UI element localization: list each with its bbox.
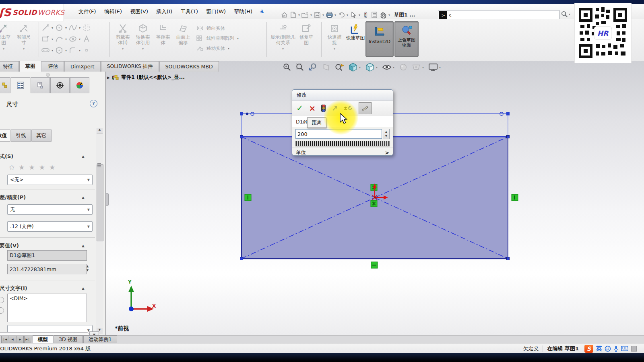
expand-dialog-button[interactable]: > [385, 150, 389, 156]
circle-tool-icon[interactable] [55, 23, 64, 32]
view-settings-icon[interactable]: ▾ [428, 63, 442, 72]
tab-3d-views[interactable]: 3D 视图 [54, 335, 83, 343]
options-list-icon[interactable] [370, 10, 379, 20]
apply-scene-dropdown-icon[interactable]: ▾ [422, 66, 424, 69]
tab-property-manager[interactable] [11, 77, 30, 93]
linear-pattern-dropdown-icon[interactable]: ▾ [237, 37, 239, 40]
sketch-picture-icon[interactable] [82, 23, 91, 32]
line-tool-icon[interactable] [41, 23, 50, 32]
fillet-tool-icon[interactable] [68, 46, 77, 55]
sogou-ime-icon[interactable]: S [584, 345, 593, 353]
panel-splitter-grip[interactable] [105, 193, 109, 206]
arc-tool-icon[interactable] [55, 35, 64, 43]
convert-entities-button[interactable]: 转换实体引用 ▾ [133, 21, 153, 51]
dim-text-justify-icon[interactable] [0, 297, 4, 303]
menu-view[interactable]: 视图(V) [126, 6, 152, 17]
surface-offset-button[interactable]: 曲面上偏移 [173, 21, 193, 46]
menu-insert[interactable]: 插入(I) [152, 6, 176, 17]
open-dropdown-icon[interactable]: ▾ [310, 13, 312, 17]
hide-show-items-icon[interactable]: ▾ [382, 64, 395, 71]
style-section-header[interactable]: 样式(S)▲ [0, 152, 95, 161]
select-dropdown-icon[interactable]: ▾ [359, 13, 360, 17]
move-entities-button[interactable]: 移动实体 ▾ [196, 44, 239, 53]
dimension-name-readonly-field[interactable] [7, 250, 87, 261]
feature-tree-root[interactable]: ▶ 零件1 (默认<<默认>_显... [107, 74, 185, 81]
style-combo[interactable]: <无>▼ [7, 175, 93, 185]
tab-other[interactable]: 其它 [31, 130, 52, 142]
first-sheet-icon[interactable]: ❘◀ [1, 336, 8, 343]
apply-scene-icon[interactable]: ▾ [411, 63, 425, 72]
ime-mic-icon[interactable] [614, 346, 618, 352]
help-icon[interactable]: ? [90, 100, 97, 107]
precision-combo[interactable]: .12 (文件)▼ [7, 221, 93, 232]
tab-value[interactable]: 数值 [0, 130, 10, 142]
panel-value-spinner[interactable]: ▲▼ [85, 264, 91, 273]
settings-dropdown-icon[interactable]: ▾ [388, 13, 390, 17]
tab-model[interactable]: 模型 [33, 335, 53, 343]
slot-tool-icon[interactable] [41, 46, 50, 55]
thumbwheel[interactable] [295, 141, 390, 146]
ime-language-toggle[interactable]: 英 [596, 345, 602, 352]
panel-flyout-icon[interactable]: ▼ [89, 331, 99, 335]
view-orientation-dropdown-icon[interactable]: ▾ [359, 66, 361, 69]
save-dropdown-icon[interactable]: ▾ [322, 13, 324, 17]
polygon-tool-icon[interactable] [55, 46, 64, 55]
dimension-value-field[interactable] [7, 264, 87, 274]
move-entities-dropdown-icon[interactable]: ▾ [228, 47, 229, 50]
zoom-area-icon[interactable] [295, 63, 305, 72]
section-view-icon[interactable] [322, 63, 330, 72]
previous-view-icon[interactable] [308, 63, 318, 72]
tree-expand-icon[interactable]: ▶ [107, 76, 110, 80]
tab-sketch[interactable]: 草图 [19, 61, 41, 72]
view-orientation-icon[interactable]: ▾ [348, 62, 361, 72]
modify-dialog-title[interactable]: 修改 [292, 90, 393, 101]
tab-leaders[interactable]: 引线 [11, 130, 31, 142]
accept-icon[interactable]: ✓ [296, 104, 303, 113]
tab-configuration-manager[interactable] [31, 77, 50, 93]
feature-tree-root-label[interactable]: 零件1 (默认<<默认>_显... [121, 74, 185, 81]
point-tool-icon[interactable] [82, 46, 91, 55]
ellipse-tool-icon[interactable] [68, 35, 77, 43]
zoom-fit-icon[interactable] [283, 63, 291, 72]
hide-show-items-dropdown-icon[interactable]: ▾ [393, 66, 394, 69]
text-tool-icon[interactable] [82, 35, 91, 43]
undo-icon[interactable] [337, 10, 346, 20]
mark-for-drawing-button[interactable] [359, 102, 372, 114]
menu-edit[interactable]: 编辑(E) [100, 6, 126, 17]
panel-scrollbar-thumb[interactable] [97, 164, 103, 241]
spline-tool-icon[interactable] [68, 23, 77, 32]
edit-appearance-icon[interactable] [399, 63, 408, 72]
display-delete-relations-button[interactable]: 显示/删除几何关系 ▾ [270, 21, 296, 51]
pin-menubar-icon[interactable]: ➤ [258, 7, 266, 16]
shaded-sketch-contours-button[interactable]: 上色草图轮廓 [394, 21, 419, 57]
tab-evaluate[interactable]: 评估 [42, 61, 64, 72]
tab-motion-study[interactable]: 运动算例1 [83, 335, 117, 343]
value-spinner[interactable]: ▲▼ [383, 129, 390, 139]
select-cursor-icon[interactable] [349, 10, 358, 20]
mirror-entities-button[interactable]: 镜向实体 [196, 24, 239, 33]
linear-pattern-button[interactable]: 线性草图阵列 ▾ [196, 34, 239, 43]
tab-dimxpert[interactable]: DimXpert [64, 61, 101, 72]
new-document-dropdown-icon[interactable]: ▾ [298, 13, 300, 17]
new-document-icon[interactable] [289, 10, 297, 20]
search-scope[interactable]: ▾ [561, 11, 571, 18]
exit-sketch-button[interactable]: 退出草图 ▾ [0, 21, 14, 51]
tab-features[interactable]: 特征 [0, 61, 19, 72]
home-icon[interactable] [280, 10, 289, 20]
last-sheet-icon[interactable]: ▶❘ [24, 336, 31, 343]
graphics-area[interactable]: ▾ ▾ ▾ ▾ ▾ ▶ 零件1 (默认<<默认>_显... [105, 61, 644, 335]
display-style-dropdown-icon[interactable]: ▾ [376, 66, 378, 69]
ime-keyboard-icon[interactable] [621, 346, 628, 351]
style-favorites-icons[interactable]: ✩★★★★ [9, 163, 55, 171]
offset-entities-button[interactable]: 等距实体 [153, 21, 173, 46]
dim-text-position-icon[interactable] [0, 307, 4, 314]
undo-dropdown-icon[interactable]: ▾ [347, 13, 348, 17]
prev-sheet-icon[interactable]: ◀ [9, 336, 16, 343]
open-icon[interactable] [301, 10, 310, 20]
tab-dimxpert-manager[interactable] [50, 77, 70, 93]
tab-display-manager[interactable] [70, 77, 89, 93]
print-icon[interactable] [325, 10, 334, 20]
magnified-selection-icon[interactable] [334, 63, 345, 72]
next-sheet-icon[interactable]: ▶ [17, 336, 24, 343]
menu-file[interactable]: 文件(F) [74, 6, 100, 17]
